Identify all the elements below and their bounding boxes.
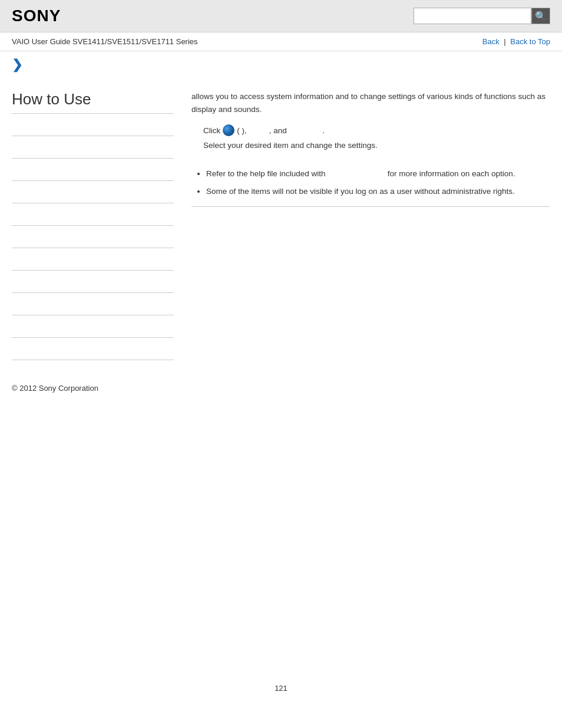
main-content: allows you to access system information … [186, 90, 550, 360]
search-button[interactable]: 🔍 [531, 8, 550, 24]
sidebar: How to Use [12, 90, 186, 360]
list-item: Refer to the help file included with for… [206, 167, 550, 180]
click-label: Click [203, 126, 220, 135]
list-item [12, 181, 174, 203]
note-1: Refer to the help file included with for… [206, 169, 515, 178]
page-number: 121 [0, 672, 562, 704]
list-item [12, 114, 174, 136]
search-input[interactable] [414, 8, 531, 24]
search-area: 🔍 [414, 8, 550, 24]
nav-links: Back | Back to Top [482, 37, 550, 46]
footer: © 2012 Sony Corporation [0, 372, 562, 404]
globe-icon [223, 124, 234, 136]
guide-text: VAIO User Guide SVE1411/SVE1511/SVE1711 … [12, 37, 198, 46]
intro-block: allows you to access system information … [191, 90, 550, 116]
search-icon: 🔍 [535, 11, 547, 22]
list-item [12, 226, 174, 248]
breadcrumb: ❯ [0, 51, 562, 78]
list-item: Some of the items will not be visible if… [206, 185, 550, 198]
back-to-top-link[interactable]: Back to Top [510, 37, 550, 46]
list-item [12, 271, 174, 293]
note-2: Some of the items will not be visible if… [206, 187, 515, 196]
list-item [12, 136, 174, 159]
nav-separator: | [504, 37, 505, 46]
nav-bar: VAIO User Guide SVE1411/SVE1511/SVE1711 … [0, 32, 562, 51]
content-wrapper: How to Use [0, 78, 562, 372]
list-item [12, 203, 174, 226]
click-text: ( ), [237, 126, 247, 135]
notes-section: Refer to the help file included with for… [191, 162, 550, 207]
breadcrumb-arrow: ❯ [0, 51, 562, 78]
click-line: Click ( ), , and . [203, 124, 550, 136]
back-link[interactable]: Back [482, 37, 500, 46]
notes-list: Refer to the help file included with for… [206, 167, 550, 197]
click-end: . [322, 126, 325, 135]
list-item [12, 315, 174, 338]
intro-text: allows you to access system information … [191, 90, 550, 116]
section-divider [191, 206, 550, 207]
copyright: © 2012 Sony Corporation [12, 384, 98, 393]
list-item [12, 293, 174, 315]
list-item [12, 338, 174, 360]
click-and: , and [269, 126, 287, 135]
header: SONY 🔍 [0, 0, 562, 32]
sony-logo: SONY [12, 6, 61, 25]
list-item [12, 159, 174, 181]
sidebar-title: How to Use [12, 90, 174, 114]
select-line: Select your desired item and change the … [203, 141, 550, 150]
list-item [12, 248, 174, 271]
